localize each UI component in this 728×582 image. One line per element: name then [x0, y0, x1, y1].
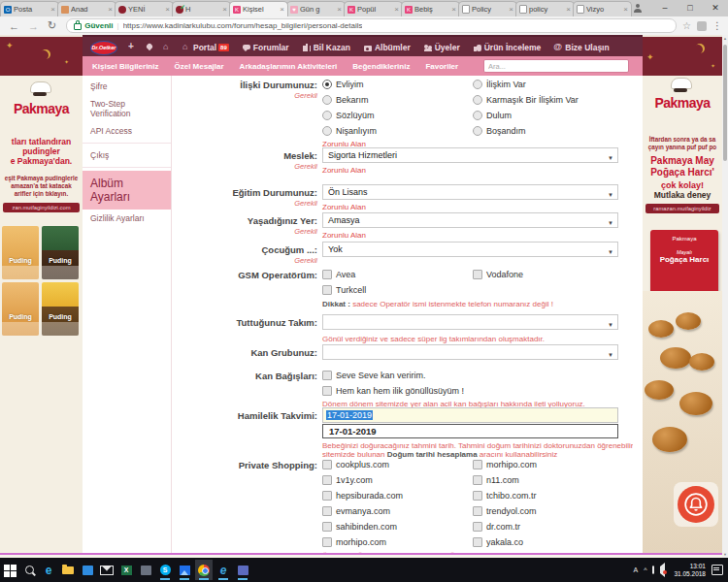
taskbar-edge[interactable]: e — [40, 560, 57, 580]
scroll-down-icon[interactable]: ▼ — [722, 552, 728, 557]
autocomplete-suggestion[interactable]: 17-01-2019 — [322, 424, 618, 438]
close-icon[interactable]: × — [50, 5, 55, 14]
close-icon[interactable]: × — [108, 5, 113, 14]
menu-arkadas-aktiviteleri[interactable]: Arkadaşlarımın Aktiviteleri — [240, 62, 338, 71]
scroll-up-icon[interactable]: ▲ — [722, 36, 728, 41]
close-icon[interactable]: × — [451, 5, 456, 14]
checkbox-kan-veririm[interactable]: Seve Seve kan veririm. — [322, 371, 426, 380]
bookmark-star-icon[interactable]: ☆ — [682, 20, 691, 31]
location-select[interactable]: Amasya▼ — [322, 212, 618, 228]
checkbox-yakala[interactable]: yakala.co — [473, 537, 523, 547]
blood-type-select[interactable]: ▼ — [322, 344, 618, 360]
nav-item-albumler[interactable]: Albümler — [364, 43, 411, 52]
checkbox-trendyol[interactable]: trendyol.com — [473, 506, 537, 516]
ad-link[interactable]: zan.mutfaginyildizi.com — [3, 203, 80, 212]
radio-iliskim-var[interactable]: İlişkim Var — [473, 80, 526, 89]
close-icon[interactable]: × — [222, 5, 227, 14]
close-icon[interactable]: × — [509, 5, 513, 14]
radio-sozluyum[interactable]: Sözlüyüm — [322, 111, 375, 120]
taskbar-app[interactable] — [137, 560, 154, 580]
birth-calc-link[interactable]: Doğum tarihi hesaplama — [387, 450, 478, 459]
menu-kisisel-bilgileriniz[interactable]: Kişisel Bilgileriniz — [92, 62, 158, 71]
tab-policy2[interactable]: policy× — [515, 1, 575, 16]
taskbar-clock[interactable]: 13:01 31.05.2018 — [674, 563, 706, 577]
tab-kisisel-active[interactable]: KKişisel× — [229, 1, 288, 16]
checkbox-evmanya[interactable]: evmanya.com — [322, 506, 390, 516]
taskbar-store[interactable] — [79, 560, 96, 580]
tab-gun[interactable]: ♥Gün g× — [286, 1, 346, 16]
start-button[interactable] — [1, 560, 18, 580]
ad-link[interactable]: ramazan.mutfaginyildiz — [645, 204, 719, 213]
left-ad-pakmaya[interactable]: ✦ ✦ Pakmaya tları tatlandıran pudingler … — [0, 37, 83, 553]
right-ad-pakmaya[interactable]: ✦ ✦ Pakmaya İftardan sonra ya da sa çayı… — [643, 37, 722, 553]
checkbox-morhipo-1[interactable]: morhipo.com — [322, 537, 386, 547]
display-icon[interactable] — [652, 566, 654, 573]
tab-anad[interactable]: Anad× — [57, 1, 116, 16]
sidebar-item-cikis[interactable]: Çıkış — [83, 146, 171, 164]
taskbar-chrome-active[interactable] — [195, 560, 213, 580]
nav-item-bize-ulasin[interactable]: Bize Ulaşın — [554, 43, 609, 52]
menu-begendikleriniz[interactable]: Beğendikleriniz — [352, 62, 410, 71]
children-select[interactable]: Yok▼ — [322, 242, 618, 257]
close-icon[interactable]: × — [337, 5, 342, 14]
tab-posta[interactable]: OPosta× — [0, 1, 59, 16]
checkbox-1v1y[interactable]: 1v1y.com — [322, 475, 373, 485]
sidebar-item-api-access[interactable]: API Access — [83, 122, 171, 140]
checkbox-turkcell[interactable]: Turkcell — [322, 285, 366, 295]
language-indicator[interactable]: A — [633, 566, 638, 573]
nav-item-urun-inceleme[interactable]: Ürün İnceleme — [474, 43, 542, 52]
search-input[interactable] — [483, 59, 629, 73]
reload-button[interactable]: ↻ — [48, 19, 56, 32]
checkbox-cookplus[interactable]: cookplus.com — [322, 460, 389, 469]
nav-item-uyeler[interactable]: Üyeler — [424, 43, 460, 52]
extension-icon[interactable] — [697, 21, 707, 31]
minimize-button[interactable]: – — [652, 0, 678, 16]
page-scrollbar[interactable]: ▲ ▼ — [722, 35, 728, 558]
team-select[interactable]: ▼ — [322, 314, 618, 330]
checkbox-vodafone[interactable]: Vodafone — [473, 270, 523, 279]
radio-evliyim[interactable]: Evliyim — [322, 80, 364, 89]
close-icon[interactable]: × — [280, 5, 284, 14]
checkbox-ilik-gonullusu[interactable]: Hem kan hem ilik gönüllüsüyüm ! — [322, 386, 464, 396]
close-window-button[interactable]: ✕ — [703, 0, 728, 16]
sidebar-item-sifre[interactable]: Şifre — [83, 78, 171, 95]
taskbar-photos[interactable] — [176, 560, 193, 580]
job-select[interactable]: Sigorta Hizmetleri▼ — [322, 147, 618, 163]
taskbar-skype[interactable]: S — [156, 560, 174, 580]
radio-bosandim[interactable]: Boşandım — [473, 126, 526, 136]
radio-bekarim[interactable]: Bekarım — [322, 95, 369, 105]
taskbar-search[interactable] — [20, 560, 38, 580]
nav-item-portal[interactable]: Portal89 — [182, 43, 229, 52]
checkbox-tchibo[interactable]: tchibo.com.tr — [473, 491, 537, 501]
tab-popul[interactable]: KPopül× — [344, 1, 403, 16]
tab-vizyo[interactable]: Vizyo× — [573, 1, 632, 16]
notification-bell-button[interactable] — [678, 486, 714, 523]
tab-h[interactable]: H× — [172, 1, 231, 16]
home-icon[interactable] — [163, 44, 171, 51]
close-icon[interactable]: × — [394, 5, 399, 14]
taskbar-mail[interactable] — [98, 560, 116, 580]
url-field[interactable]: Güvenli | https://www.kadinlarkulubu.com… — [66, 18, 677, 33]
tab-yeni[interactable]: YENİ× — [115, 1, 174, 16]
plus-icon[interactable] — [128, 44, 136, 51]
menu-favoriler[interactable]: Favoriler — [425, 62, 458, 71]
scrollbar-thumb[interactable] — [723, 45, 727, 161]
sidebar-item-two-step[interactable]: Two-Step Verification — [83, 95, 171, 122]
sidebar-item-gizlilik-ayarlari[interactable]: Gizlilik Ayarları — [83, 210, 171, 227]
education-select[interactable]: Ön Lisans▼ — [322, 184, 618, 200]
checkbox-avea[interactable]: Avea — [322, 270, 355, 279]
taskbar-excel[interactable]: X — [117, 560, 135, 580]
taskbar-app2[interactable] — [234, 560, 251, 580]
tray-expand-icon[interactable]: ^ — [644, 566, 646, 573]
menu-ozel-mesajlar[interactable]: Özel Mesajlar — [174, 62, 223, 71]
taskbar-ie[interactable]: e — [215, 560, 232, 580]
close-icon[interactable]: × — [165, 5, 170, 14]
browser-menu-icon[interactable]: ⋮ — [712, 20, 722, 31]
close-icon[interactable]: × — [566, 5, 571, 14]
tab-policy1[interactable]: Policy× — [458, 1, 517, 16]
droetker-logo[interactable]: Dr.Oetker — [90, 41, 117, 55]
radio-karmasik[interactable]: Karmaşık Bir İlişkim Var — [473, 95, 579, 105]
taskbar-explorer[interactable] — [59, 560, 77, 580]
radio-dulum[interactable]: Dulum — [473, 111, 512, 120]
volume-icon[interactable] — [660, 566, 665, 573]
